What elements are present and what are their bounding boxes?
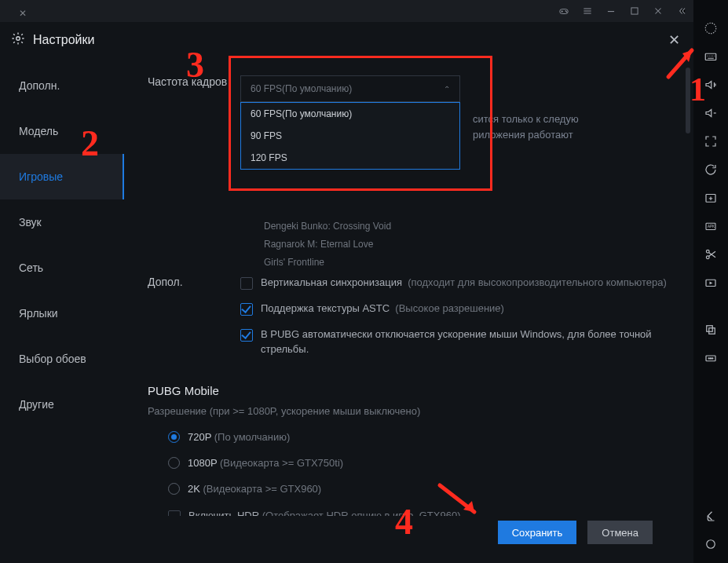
- toolbar-settings-icon[interactable]: [693, 14, 728, 42]
- fps-label: Частота кадров: [124, 75, 240, 142]
- minimize-icon[interactable]: [599, 0, 623, 22]
- sidebar-item-wallpaper[interactable]: Выбор обоев: [0, 336, 124, 382]
- resolution-2k-label: 2K (Видеокарта >= GTX960): [188, 483, 321, 495]
- chevron-up-icon: ⌃: [444, 85, 450, 93]
- resolution-720p-label: 720P (По умолчанию): [188, 431, 290, 443]
- gear-icon: [11, 31, 25, 49]
- settings-header: Настройки ✕: [0, 22, 693, 58]
- settings-footer: Сохранить Отмена: [124, 516, 675, 563]
- pubg-resolution-note: Разрешение (при >= 1080P, ускорение мыши…: [124, 405, 670, 417]
- hdr-label: Включить HDR (Отображает HDR опцию в игр…: [188, 509, 460, 516]
- pubg-mouse-label: В PUBG автоматически отключается ускорен…: [261, 327, 670, 357]
- list-item: Girls' Frontline: [264, 254, 670, 272]
- fps-option-120[interactable]: 120 FPS: [241, 147, 459, 169]
- volume-up-icon[interactable]: [693, 71, 728, 99]
- save-button[interactable]: Сохранить: [498, 521, 577, 544]
- more-icon[interactable]: [693, 344, 728, 372]
- svg-rect-3: [631, 8, 638, 14]
- svg-point-16: [708, 358, 709, 359]
- fps-note: сится только к следую риложения работают: [473, 75, 579, 142]
- astc-checkbox[interactable]: [240, 303, 253, 316]
- vsync-checkbox[interactable]: [240, 277, 253, 290]
- cancel-button[interactable]: Отмена: [587, 521, 653, 544]
- svg-point-11: [706, 256, 709, 259]
- settings-close-icon[interactable]: ✕: [665, 31, 682, 49]
- svg-point-19: [707, 540, 715, 549]
- back-icon[interactable]: [693, 502, 728, 530]
- apk-icon[interactable]: APK: [693, 212, 728, 240]
- settings-content: Частота кадров 60 FPS(По умолчанию) ⌃ 60…: [124, 58, 693, 563]
- svg-point-18: [712, 358, 713, 359]
- scrollbar-thumb[interactable]: [686, 68, 690, 133]
- volume-down-icon[interactable]: [693, 99, 728, 127]
- resolution-720p-radio[interactable]: [168, 431, 180, 443]
- vsync-label: Вертикальная синхронизация (подходит для…: [261, 276, 667, 291]
- sidebar-item-net[interactable]: Сеть: [0, 245, 124, 291]
- svg-point-2: [566, 12, 567, 13]
- settings-panel: Настройки ✕ Дополн. Модель Игровые Звук …: [0, 22, 693, 563]
- list-item: Ragnarok M: Eternal Love: [264, 236, 670, 254]
- home-icon[interactable]: [693, 530, 728, 558]
- additional-label: Допол.: [124, 276, 240, 367]
- resolution-1080p-label: 1080P (Видеокарта >= GTX750ti): [188, 457, 343, 469]
- right-action-bar: APK: [693, 0, 728, 563]
- list-item: Dengeki Bunko: Crossing Void: [264, 218, 670, 236]
- svg-rect-6: [705, 53, 716, 60]
- close-icon[interactable]: [646, 0, 670, 22]
- pubg-mouse-checkbox[interactable]: [240, 329, 253, 342]
- sidebar-item-model[interactable]: Модель: [0, 108, 124, 154]
- resolution-1080p-radio[interactable]: [168, 457, 180, 469]
- sidebar-item-other[interactable]: Другие: [0, 382, 124, 427]
- collapse-sidebar-icon[interactable]: [670, 0, 693, 22]
- fullscreen-icon[interactable]: [693, 127, 728, 155]
- fps-dropdown-value: 60 FPS(По умолчанию): [251, 83, 352, 94]
- fps-dropdown-list: 60 FPS(По умолчанию) 90 FPS 120 FPS: [240, 102, 460, 170]
- fps-option-90[interactable]: 90 FPS: [241, 125, 459, 147]
- astc-label: Поддержка текстуры ASTC (Высокое разреше…: [261, 302, 504, 316]
- svg-text:APK: APK: [708, 225, 715, 228]
- svg-point-10: [706, 250, 709, 253]
- menu-icon[interactable]: [576, 0, 599, 22]
- fps-option-60[interactable]: 60 FPS(По умолчанию): [241, 103, 459, 125]
- sidebar-item-addon[interactable]: Дополн.: [0, 63, 124, 108]
- pubg-section-title: PUBG Mobile: [124, 384, 670, 397]
- window-controls: [552, 0, 693, 22]
- scissors-icon[interactable]: [693, 240, 728, 269]
- maximize-icon[interactable]: [623, 0, 646, 22]
- keyboard-icon[interactable]: [693, 42, 728, 71]
- multi-window-icon[interactable]: [693, 316, 728, 344]
- settings-sidebar: Дополн. Модель Игровые Звук Сеть Ярлыки …: [0, 58, 124, 563]
- svg-point-5: [705, 23, 716, 34]
- rotate-icon[interactable]: [693, 155, 728, 184]
- svg-point-17: [710, 358, 711, 359]
- tab[interactable]: ✕: [0, 5, 41, 22]
- fps-dropdown[interactable]: 60 FPS(По умолчанию) ⌃: [240, 75, 460, 102]
- svg-point-1: [565, 11, 566, 12]
- sidebar-item-game[interactable]: Игровые: [0, 154, 124, 199]
- add-window-icon[interactable]: [693, 184, 728, 212]
- gamepad-icon[interactable]: [552, 0, 576, 22]
- svg-rect-13: [707, 326, 713, 332]
- sidebar-item-sound[interactable]: Звук: [0, 199, 124, 245]
- settings-title: Настройки: [33, 33, 94, 47]
- resolution-radio-group: 720P (По умолчанию) 1080P (Видеокарта >=…: [124, 431, 670, 495]
- resolution-2k-radio[interactable]: [168, 483, 180, 495]
- video-icon[interactable]: [693, 269, 728, 297]
- tab-close-icon[interactable]: ✕: [19, 8, 27, 19]
- hdr-checkbox[interactable]: [168, 510, 181, 516]
- svg-point-4: [16, 37, 20, 41]
- svg-rect-14: [709, 328, 715, 335]
- sidebar-item-shortcuts[interactable]: Ярлыки: [0, 291, 124, 336]
